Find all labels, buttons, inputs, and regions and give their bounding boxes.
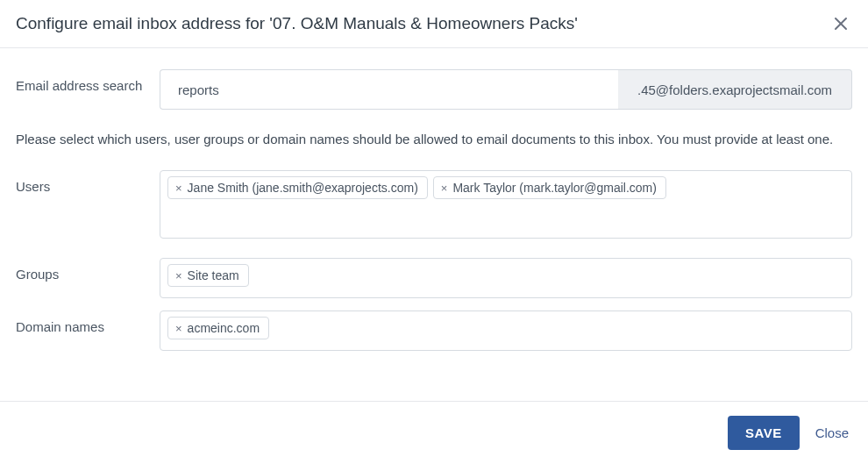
- groups-label: Groups: [16, 258, 160, 282]
- remove-tag-icon[interactable]: ×: [175, 270, 182, 282]
- remove-tag-icon[interactable]: ×: [441, 182, 448, 194]
- remove-tag-icon[interactable]: ×: [175, 323, 182, 334]
- domains-row: Domain names × acmeinc.com: [16, 311, 852, 351]
- email-address-suffix: .45@folders.exaprojectsmail.com: [618, 69, 852, 110]
- remove-tag-icon[interactable]: ×: [175, 182, 182, 194]
- email-address-row: Email address search .45@folders.exaproj…: [16, 69, 852, 110]
- tag-label: Jane Smith (jane.smith@exaprojects.com): [188, 181, 418, 195]
- group-tag: × Site team: [167, 264, 249, 287]
- tag-label: acmeinc.com: [188, 321, 260, 335]
- modal-body: Email address search .45@folders.exaproj…: [0, 48, 868, 401]
- groups-row: Groups × Site team: [16, 258, 852, 298]
- tag-label: Mark Taylor (mark.taylor@gmail.com): [452, 181, 657, 195]
- groups-input[interactable]: × Site team: [160, 258, 852, 298]
- permissions-help-text: Please select which users, user groups o…: [16, 129, 852, 149]
- close-button[interactable]: Close: [812, 420, 852, 446]
- save-button[interactable]: SAVE: [728, 416, 800, 450]
- modal-title: Configure email inbox address for '07. O…: [16, 14, 578, 33]
- modal-footer: SAVE Close: [0, 401, 868, 464]
- user-tag: × Mark Taylor (mark.taylor@gmail.com): [433, 176, 666, 199]
- modal-header: Configure email inbox address for '07. O…: [0, 0, 868, 48]
- user-tag: × Jane Smith (jane.smith@exaprojects.com…: [167, 176, 428, 199]
- domains-input[interactable]: × acmeinc.com: [160, 311, 852, 351]
- domains-label: Domain names: [16, 311, 160, 334]
- email-address-label: Email address search: [16, 69, 160, 93]
- email-address-input[interactable]: [160, 69, 618, 110]
- tag-label: Site team: [188, 268, 239, 282]
- domain-tag: × acmeinc.com: [167, 317, 269, 339]
- close-icon[interactable]: [829, 12, 852, 35]
- configure-inbox-modal: Configure email inbox address for '07. O…: [0, 0, 868, 464]
- users-row: Users × Jane Smith (jane.smith@exaprojec…: [16, 170, 852, 239]
- users-label: Users: [16, 170, 160, 194]
- users-input[interactable]: × Jane Smith (jane.smith@exaprojects.com…: [160, 170, 852, 239]
